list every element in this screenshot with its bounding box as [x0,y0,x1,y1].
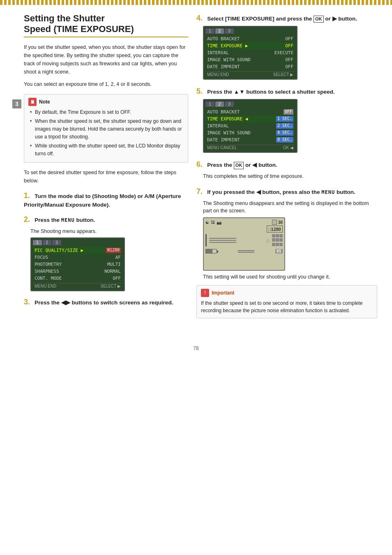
step-7-sub: The Shooting menu disappears and the set… [203,200,377,215]
note-item: When the shutter speed is set, the shutt… [30,117,184,140]
step-6-sub: This completes the setting of time expos… [203,173,377,180]
step-2-number: 2. [24,215,30,223]
chapter-number: 3 [12,99,21,108]
step-7-post: This setting will be used for shooting u… [203,273,377,281]
step-5: 5. Press the ▲▼ buttons to select a shut… [196,86,377,153]
step-4: 4. Select [TIME EXPOSURE] and press the … [196,13,377,80]
intro-text: If you set the shutter speed, when you s… [24,43,188,76]
step-5-number: 5. [196,87,203,95]
camera-screen-step4: 1 2 3 AUTO BRACKETOFF TIME EXPOSURE ▶OFF… [203,26,297,80]
camera-screen-step2: 1 2 3 PIC QUALITY/SIZE ▶ N1280 FOCUSAF P… [30,237,125,291]
step-7-number: 7. [196,187,203,196]
page-title: Setting the Shutter Speed (TIME EXPOSURE… [24,13,188,37]
step-3-number: 3. [24,298,30,306]
step-2-title: Press the MENU button. [35,217,95,223]
to-set-text: To set the desired shutter speed for tim… [24,168,188,185]
important-icon: ! [201,289,209,297]
step-4-title: Select [TIME EXPOSURE] and press the OK … [207,16,357,22]
top-border [0,0,392,5]
step-6-title: Press the OK or ◀ button. [207,162,277,168]
camera-screen-step5: 1 2 3 AUTO BRACKET OFF TIME EXPOSURE ◀ 1… [203,99,297,153]
note-item: By default, the Time Exposure is set to … [30,108,184,116]
step-1: 1. Turn the mode dial to (Shooting Mode)… [24,191,188,209]
note-icon: 📋 [28,98,37,106]
page-number: 78 [0,345,392,351]
step-4-number: 4. [196,14,203,22]
step-6: 6. Press the OK or ◀ button. This comple… [196,159,377,180]
shutter-speed-display: 8S [275,249,283,253]
exposure-note: You can select an exposure time of 1, 2,… [24,80,188,88]
step-6-number: 6. [196,160,203,168]
step-2: 2. Press the MENU button. The Shooting m… [24,214,188,291]
step-3: 3. Press the ◀▶ buttons to switch screen… [24,297,188,307]
important-text: If the shutter speed is set to one secon… [201,299,373,315]
note-title: Note [39,99,50,105]
step-7-title: If you pressed the ◀ button, press also … [207,189,355,195]
note-box: 📋 Note By default, the Time Exposure is … [24,94,188,163]
step-5-title: Press the ▲▼ buttons to select a shutter… [207,89,334,95]
step-7: 7. If you pressed the ◀ button, press al… [196,187,377,318]
viewfinder-screen: ☯ 🖫 📷 □ 30 □1280 [203,217,285,271]
important-box: ! Important If the shutter speed is set … [196,285,377,318]
step-3-title: Press the ◀▶ buttons to switch screens a… [35,299,173,306]
step-1-number: 1. [24,191,30,200]
note-list: By default, the Time Exposure is set to … [28,108,184,158]
note-item: While shooting with the shutter speed se… [30,142,184,157]
important-title: Important [212,290,234,296]
step-2-sub: The Shooting menu appears. [30,228,188,235]
step-1-title: Turn the mode dial to (Shooting Mode) or… [24,193,181,207]
